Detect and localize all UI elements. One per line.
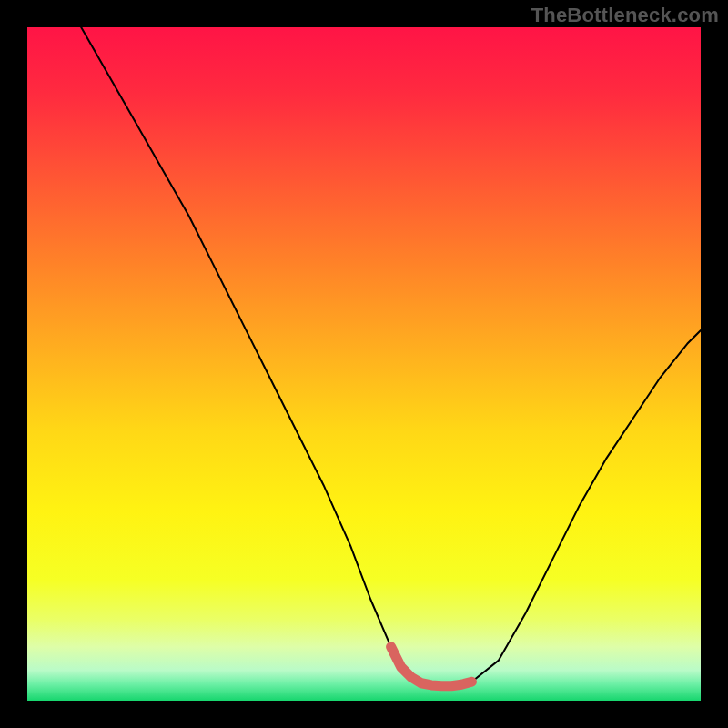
gradient-background [27, 27, 701, 701]
plot-area [27, 27, 701, 701]
watermark-text: TheBottleneck.com [531, 4, 719, 27]
plot-svg [27, 27, 701, 701]
chart-frame: TheBottleneck.com [0, 0, 728, 728]
